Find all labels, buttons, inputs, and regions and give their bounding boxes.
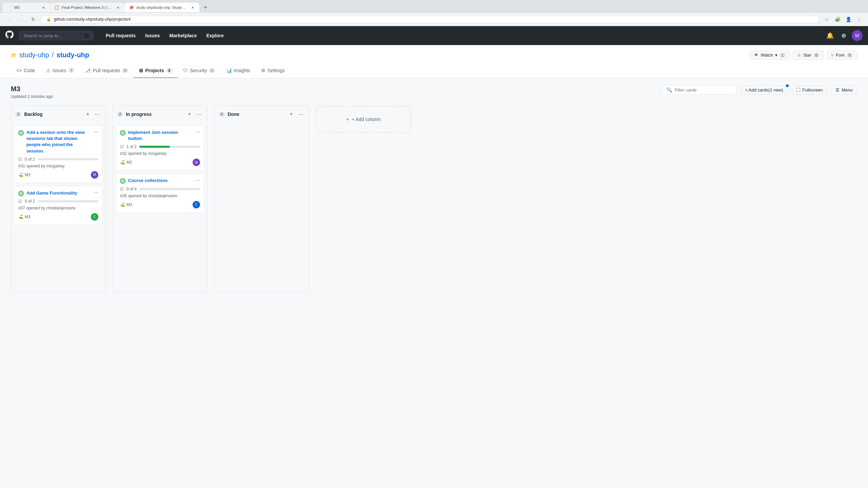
card-1-title[interactable]: Add a section onto the view sessions tab…: [26, 129, 91, 154]
project-toolbar: 🔍 + Add cards(1 new) ⛶ Fullscreen ☰ Menu: [662, 85, 857, 95]
card-2-milestone-label: M3: [25, 215, 31, 219]
browser-tab-2[interactable]: 📋 Final Project: Milestone 3 | ICS 3... …: [50, 3, 125, 12]
refresh-button[interactable]: ↻: [28, 15, 38, 24]
nav-explore[interactable]: Explore: [202, 30, 228, 41]
menu-button[interactable]: ☰ Menu: [831, 85, 857, 95]
tab-issues[interactable]: ⚠ Issues 7: [41, 64, 80, 78]
tab-3-title: study-uhp/study-uhp: Study UH...: [136, 5, 187, 9]
card-2-menu[interactable]: ⋯: [94, 190, 98, 196]
card-4-menu[interactable]: ⋯: [195, 178, 200, 183]
card-inprogress-1: Implement Join session button ⋯ ☑ 1 of 2…: [116, 125, 204, 170]
gh-nav-actions: 🔔 ⊕ M: [825, 30, 863, 41]
tab-insights[interactable]: 📊 Insights: [221, 64, 256, 78]
card-1-menu[interactable]: ⋯: [94, 129, 98, 135]
address-bar[interactable]: 🔒 github.com/study-uhp/study-uhp/project…: [41, 15, 819, 23]
card-3-menu[interactable]: ⋯: [195, 129, 200, 135]
add-column-label: + Add column: [352, 117, 380, 122]
fork-button[interactable]: ⑂ Fork 0: [827, 50, 857, 60]
menu-icon: ☰: [835, 87, 840, 93]
nav-pull-requests[interactable]: Pull requests: [102, 30, 140, 41]
watch-count: 1: [780, 53, 786, 58]
browser-tab-3[interactable]: 🐙 study-uhp/study-uhp: Study UH... ✕: [125, 3, 199, 12]
filter-cards-input[interactable]: 🔍: [662, 85, 736, 95]
code-icon: <>: [16, 68, 22, 73]
profile-button[interactable]: 👤: [844, 15, 853, 24]
inprogress-menu-button[interactable]: ⋯: [195, 110, 203, 118]
card-2-header: Add Game Functionality ⋯: [18, 190, 98, 196]
svg-point-3: [21, 193, 22, 194]
card-2-progress-bar-bg: [38, 200, 98, 202]
card-2-title[interactable]: Add Game Functionality: [26, 190, 91, 196]
backlog-title: Backlog: [24, 111, 81, 117]
svg-point-1: [21, 133, 22, 134]
fork-label: Fork: [836, 53, 845, 58]
repo-name[interactable]: study-uhp: [56, 51, 89, 59]
card-4-issue-number: #26: [120, 194, 127, 198]
search-shortcut: /: [84, 33, 89, 38]
card-1-issue-number: #31: [18, 164, 25, 168]
forward-button[interactable]: →: [16, 15, 26, 24]
tab-settings[interactable]: ⚙ Settings: [256, 64, 290, 78]
filter-input-field[interactable]: [675, 87, 732, 93]
card-2-issue-number: #37: [18, 206, 25, 210]
tab-security[interactable]: 🛡 Security 1: [178, 64, 221, 78]
backlog-add-button[interactable]: +: [84, 110, 92, 118]
backlog-count: 2: [15, 112, 21, 117]
add-column-button[interactable]: + + Add column: [316, 106, 411, 133]
github-logo: [5, 30, 14, 41]
done-menu-button[interactable]: ⋯: [297, 110, 305, 118]
card-1-avatar: M: [91, 171, 98, 179]
user-avatar[interactable]: M: [852, 30, 863, 41]
nav-issues[interactable]: Issues: [141, 30, 164, 41]
tab-projects[interactable]: ⊞ Projects 3: [134, 64, 177, 78]
add-cards-label: + Add cards(1 new): [745, 87, 783, 93]
card-2-checklist-icon: ☑: [18, 199, 22, 204]
tab-pull-requests[interactable]: ⎇ Pull requests 0: [80, 64, 134, 78]
back-button[interactable]: ←: [4, 15, 14, 24]
card-1-meta: #31 opened by micgainey: [18, 164, 98, 168]
card-backlog-1: Add a section onto the view sessions tab…: [14, 125, 103, 183]
bookmark-button[interactable]: ☆: [822, 15, 831, 24]
backlog-body: Add a section onto the view sessions tab…: [11, 122, 106, 292]
menu-button[interactable]: ⋮: [854, 15, 864, 24]
issues-icon: ⚠: [46, 68, 51, 73]
nav-marketplace[interactable]: Marketplace: [165, 30, 201, 41]
card-3-milestone: ⛳ M2: [120, 160, 132, 165]
add-cards-button[interactable]: + Add cards(1 new): [741, 85, 787, 95]
project-title: M3: [11, 85, 53, 93]
backlog-menu-button[interactable]: ⋯: [93, 110, 101, 118]
card-2-footer: ⛳ M3 C: [18, 213, 98, 221]
column-inprogress-header: 2 In progress + ⋯: [113, 106, 208, 122]
tab-1-close[interactable]: ✕: [41, 5, 46, 10]
card-4-footer: ⛳ M3 C: [120, 201, 200, 208]
fullscreen-button[interactable]: ⛶ Fullscreen: [792, 85, 827, 95]
tab-2-close[interactable]: ✕: [115, 5, 121, 10]
tab-3-close[interactable]: ✕: [190, 5, 195, 10]
tab-code[interactable]: <> Code: [11, 64, 41, 78]
inprogress-add-button[interactable]: +: [185, 110, 194, 118]
tab-1-favicon: 📄: [7, 5, 12, 10]
card-1-checklist-icon: ☑: [18, 157, 22, 162]
plus-button[interactable]: ⊕: [838, 30, 849, 41]
star-button[interactable]: ☆ Star 0: [793, 50, 824, 60]
card-4-milestone-label: M3: [126, 202, 132, 207]
settings-icon: ⚙: [261, 68, 265, 73]
card-3-footer: ⛳ M2 M: [120, 159, 200, 166]
tab-code-label: Code: [24, 68, 35, 73]
done-add-button[interactable]: +: [287, 110, 295, 118]
card-3-title[interactable]: Implement Join session button: [128, 129, 193, 142]
new-tab-button[interactable]: +: [201, 3, 210, 12]
browser-tab-1[interactable]: 📄 M3 ✕: [3, 3, 50, 12]
address-text: github.com/study-uhp/study-uhp/projects/…: [54, 17, 813, 22]
extensions-button[interactable]: 🧩: [833, 15, 842, 24]
card-3-issue-number: #32: [120, 151, 127, 156]
star-icon: ☆: [797, 53, 801, 58]
nav-links: Pull requests Issues Marketplace Explore: [102, 30, 228, 41]
search-box[interactable]: Search or jump to... /: [19, 31, 94, 40]
projects-count: 3: [166, 68, 172, 73]
notifications-button[interactable]: 🔔: [825, 30, 835, 41]
repo-owner[interactable]: study-uhp: [19, 51, 49, 59]
card-4-title[interactable]: Course collections: [128, 178, 193, 184]
watch-button[interactable]: 👁 Watch ▾ 1: [750, 50, 790, 60]
card-3-progress: ☑ 1 of 2: [120, 144, 200, 149]
